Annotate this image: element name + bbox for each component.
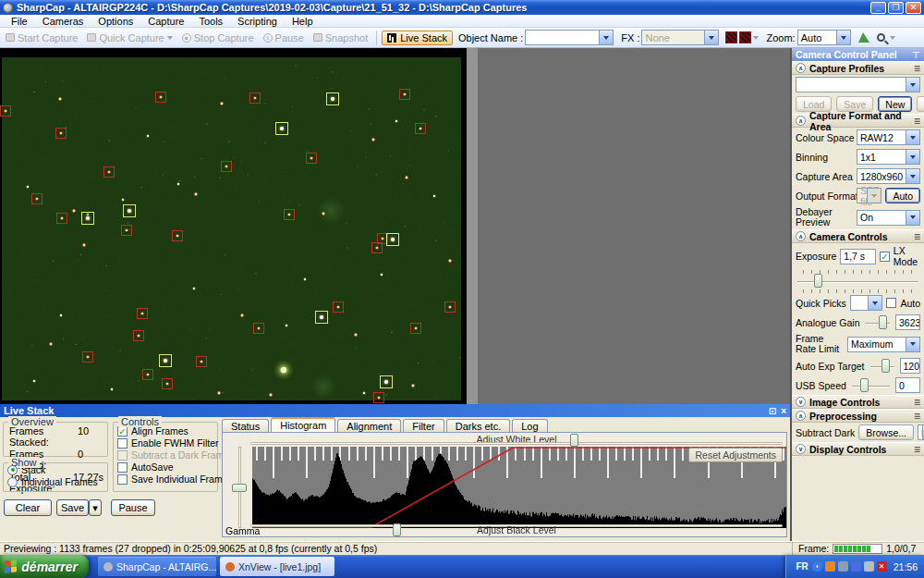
gain-slider-thumb[interactable] [879, 315, 887, 329]
white-level-thumb[interactable] [570, 434, 578, 447]
tab-filter[interactable]: Filter [403, 419, 444, 432]
checkbox-icon[interactable]: ✓ [117, 426, 128, 437]
tab-alignment[interactable]: Alignment [337, 419, 401, 432]
section-display-controls[interactable]: ∨ Display Controls ≡ [792, 442, 924, 456]
menu-item-help[interactable]: Help [285, 15, 321, 27]
menu-item-capture[interactable]: Capture [140, 15, 191, 27]
tray-app3-icon[interactable] [864, 561, 874, 572]
pause-stack-button[interactable]: Pause [111, 499, 155, 516]
white-level-track[interactable] [250, 442, 783, 445]
section-capture-format[interactable]: ∧ Capture Format and Area ≡ [792, 114, 924, 128]
start-button[interactable]: démarrer [0, 555, 89, 578]
checkbox-icon[interactable]: ✓ [117, 474, 128, 485]
debayer-preview-select[interactable]: On [857, 210, 920, 226]
fx-select[interactable]: None [641, 30, 719, 45]
chevron-down-icon[interactable] [890, 36, 895, 40]
sharpcap-app-icon[interactable] [3, 3, 13, 13]
chevron-down-icon[interactable] [704, 31, 718, 44]
minimize-button[interactable]: _ [870, 2, 886, 14]
radio-icon[interactable] [7, 477, 18, 487]
save-button[interactable]: Save [56, 499, 89, 516]
chevron-down-icon[interactable] [906, 78, 919, 92]
colour-space-select[interactable]: RAW12 [857, 129, 920, 145]
hide-icons-icon[interactable]: ‹ [812, 561, 822, 572]
section-menu-icon[interactable]: ≡ [914, 443, 920, 456]
chevron-down-icon[interactable] [753, 36, 759, 40]
chevron-down-icon[interactable] [906, 130, 919, 144]
white-level-slider[interactable]: Adjust White Level [250, 434, 783, 446]
section-menu-icon[interactable]: ≡ [914, 396, 920, 409]
binning-select[interactable]: 1x1 [857, 149, 920, 165]
error-tray-icon[interactable]: ✕ [877, 561, 887, 572]
section-menu-icon[interactable]: ≡ [914, 62, 920, 75]
chevron-down-icon[interactable] [906, 338, 919, 351]
section-preprocessing[interactable]: ∧ Preprocessing ≡ [792, 409, 924, 423]
collapse-icon[interactable]: ∧ [796, 116, 806, 126]
camera-preview-image[interactable] [0, 48, 467, 404]
tray-app1-icon[interactable] [838, 561, 848, 572]
black-level-slider[interactable]: Adjust Black Level [250, 523, 783, 535]
tab-histogram[interactable]: Histogram [271, 417, 335, 432]
quick-picks-auto-checkbox[interactable]: ✓ [886, 298, 896, 308]
checkbox-icon[interactable]: ✓ [117, 438, 128, 449]
zoom-select[interactable]: Auto [797, 30, 851, 45]
pin-icon[interactable]: ⊤ [912, 50, 920, 60]
restore-button[interactable]: ❐ [888, 2, 904, 14]
exposure-input[interactable]: 1,7 s [840, 249, 876, 264]
pin-icon[interactable]: ⊡ [769, 406, 776, 416]
exposure-slider[interactable] [796, 274, 920, 289]
gain-input[interactable]: 3623 [895, 314, 920, 330]
gain-slider[interactable] [863, 315, 892, 330]
expand-icon[interactable]: ∨ [796, 444, 806, 454]
chevron-down-icon[interactable] [836, 31, 850, 44]
snapshot-button[interactable]: Snapshot [310, 31, 371, 44]
dark-select[interactable]: None [918, 424, 924, 440]
radio-icon[interactable] [7, 465, 18, 475]
bayer-pattern-icon[interactable] [739, 31, 751, 43]
tab-darks-etc-[interactable]: Darks etc. [446, 419, 511, 432]
colour-adjust-icon[interactable] [725, 31, 737, 43]
section-menu-icon[interactable]: ≡ [914, 230, 920, 243]
stop-capture-button[interactable]: ■Stop Capture [178, 31, 258, 44]
section-menu-icon[interactable]: ≡ [914, 410, 920, 423]
histogram-tool-icon[interactable] [858, 32, 869, 43]
object-name-input[interactable] [525, 30, 614, 45]
menu-item-options[interactable]: Options [91, 15, 140, 27]
checkbox-enable-fwhm-filter[interactable]: ✓Enable FWHM Filter [114, 437, 217, 449]
section-camera-controls[interactable]: ∧ Camera Controls ≡ [792, 229, 924, 243]
section-image-controls[interactable]: ∨ Image Controls ≡ [792, 395, 924, 409]
task-button-xnview[interactable]: XnView - [live1.jpg] [220, 557, 334, 576]
lx-mode-checkbox[interactable]: ✓ [880, 252, 890, 262]
chevron-down-icon[interactable] [868, 296, 881, 310]
checkbox-save-individual-frames[interactable]: ✓Save Individual Frames [114, 473, 217, 485]
close-icon[interactable]: × [781, 406, 786, 416]
gamma-thumb[interactable] [232, 484, 247, 492]
section-menu-icon[interactable]: ≡ [914, 115, 920, 128]
start-capture-button[interactable]: Start Capture [2, 31, 81, 44]
magnifier-icon[interactable] [877, 33, 885, 42]
capture-area-select[interactable]: 1280x960 [857, 168, 920, 184]
show-option-individual-frames[interactable]: Individual Frames [4, 475, 107, 487]
auto-exp-input[interactable]: 120 [900, 358, 920, 374]
close-button[interactable]: ✕ [906, 2, 921, 14]
tab-log[interactable]: Log [512, 419, 547, 432]
antivirus-tray-icon[interactable] [825, 561, 835, 572]
menu-item-scripting[interactable]: Scripting [230, 15, 285, 27]
clear-button[interactable]: Clear [4, 499, 52, 516]
collapse-icon[interactable]: ∧ [796, 231, 806, 241]
auto-exp-slider-thumb[interactable] [881, 359, 890, 373]
reset-adjustments-button[interactable]: Reset Adjustments [688, 448, 783, 462]
pause-button[interactable]: ‖Pause [260, 31, 308, 44]
checkbox-subtract-a-dark-frame[interactable]: ✓Subtract a Dark Frame [114, 449, 217, 461]
chevron-down-icon[interactable] [906, 169, 919, 183]
chevron-down-icon[interactable] [906, 211, 919, 225]
menu-item-cameras[interactable]: Cameras [35, 15, 91, 27]
profile-select[interactable] [796, 77, 920, 92]
quick-capture-button[interactable]: Quick Capture [83, 31, 176, 44]
checkbox-icon[interactable]: ✓ [117, 450, 128, 461]
tray-app2-icon[interactable] [851, 561, 861, 572]
usb-speed-slider[interactable] [850, 378, 892, 393]
save-dropdown-button[interactable]: ▾ [89, 499, 102, 516]
profile-set-default-button[interactable]: Set Default [917, 96, 924, 112]
checkbox-autosave[interactable]: ✓AutoSave [114, 461, 217, 473]
